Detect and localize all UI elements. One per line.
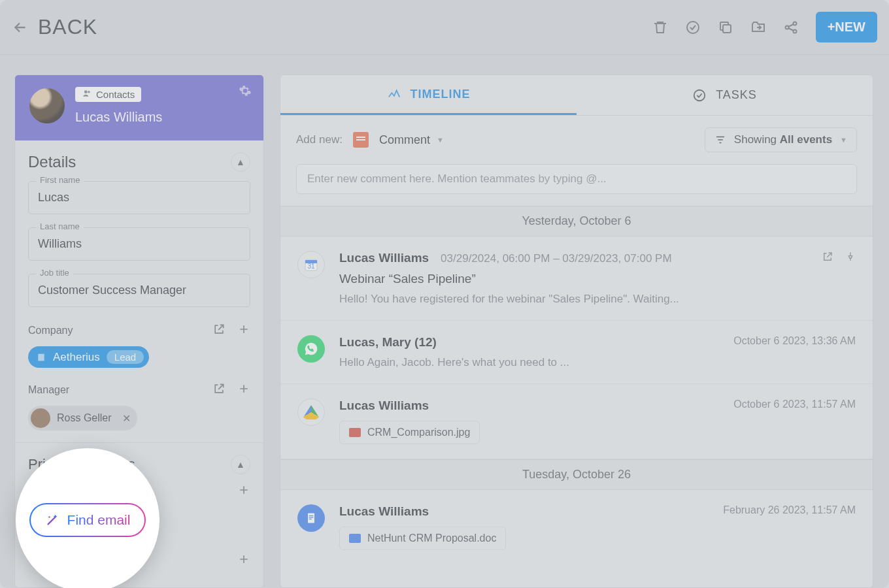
timeline-item: Lucas Williams NetHunt CRM Proposal.doc … [280, 490, 873, 564]
timeline-item: Lucas Williams CRM_Comparison.jpg Octobe… [280, 384, 873, 459]
last-name-input[interactable] [28, 227, 250, 261]
item-time: February 26 2023, 11:57 AM [723, 504, 856, 516]
company-stage: Lead [107, 350, 144, 364]
manager-label: Manager [28, 384, 69, 396]
item-author: Lucas Williams [339, 251, 429, 265]
chevron-down-icon: ▼ [840, 136, 847, 144]
add-new-type[interactable]: Comment [379, 133, 430, 147]
add-company-icon[interactable] [237, 323, 250, 338]
tab-timeline-label: TIMELINE [411, 88, 471, 101]
manager-name: Ross Geller [57, 412, 112, 424]
file-attachment[interactable]: NetHunt CRM Proposal.doc [339, 527, 506, 550]
manager-pill[interactable]: Ross Geller ✕ [28, 406, 137, 431]
back-label[interactable]: BACK [38, 15, 97, 39]
company-name: Aetherius [53, 351, 100, 364]
new-button[interactable]: +NEW [816, 12, 877, 42]
trash-icon[interactable] [652, 20, 668, 35]
comment-input[interactable]: Enter new comment here. Mention teammate… [296, 164, 857, 194]
folder-chip[interactable]: Contacts [75, 87, 141, 102]
gdrive-icon [297, 399, 325, 426]
calendar-icon: 31 [297, 251, 325, 278]
last-name-label: Last name [36, 221, 84, 231]
back-arrow-icon[interactable] [12, 19, 29, 36]
magic-wand-icon [45, 513, 59, 527]
avatar [29, 88, 65, 123]
svg-point-5 [84, 90, 88, 93]
item-author: Lucas Williams [339, 504, 429, 519]
item-desc: Hello! You have registered for the webin… [339, 293, 856, 306]
first-name-input[interactable] [28, 181, 250, 214]
filter-prefix: Showing [734, 133, 780, 146]
file-name: NetHunt CRM Proposal.doc [367, 532, 496, 544]
tasks-icon [692, 88, 707, 103]
item-author: Lucas, Mary (12) [339, 335, 437, 350]
svg-rect-15 [309, 519, 312, 519]
add-email-icon[interactable] [237, 483, 250, 499]
timeline-icon [387, 87, 401, 101]
job-title-label: Job title [36, 268, 73, 278]
folder-chip-label: Contacts [96, 89, 135, 100]
collapse-primary-icon[interactable]: ▲ [231, 455, 250, 474]
job-title-input[interactable] [28, 274, 250, 307]
file-attachment[interactable]: CRM_Comparison.jpg [339, 421, 480, 444]
filter-icon [714, 134, 726, 146]
move-to-folder-icon[interactable] [750, 20, 766, 35]
gear-icon[interactable] [239, 84, 252, 100]
remove-manager-icon[interactable]: ✕ [122, 412, 131, 425]
item-time: October 6 2023, 13:36 AM [733, 335, 856, 347]
item-author: Lucas Williams [339, 399, 429, 413]
svg-text:31: 31 [307, 263, 315, 270]
add-new-label: Add new: [296, 133, 343, 146]
item-time: October 6 2023, 11:57 AM [733, 399, 856, 410]
dayheader-1: Yesterday, October 6 [280, 206, 873, 237]
share-icon[interactable] [783, 20, 799, 35]
details-title: Details [28, 153, 76, 171]
item-title: Webinar “Sales Pipeline” [339, 272, 856, 286]
svg-rect-7 [38, 353, 44, 361]
item-time: 03/29/2024, 06:00 PM – 03/29/2023, 07:00… [441, 252, 672, 265]
item-desc: Hello Again, Jacob. Here's what you need… [339, 356, 856, 369]
find-email-label: Find email [67, 512, 131, 528]
add-row-icon[interactable] [237, 553, 250, 568]
building-icon [36, 352, 46, 363]
svg-point-6 [88, 91, 90, 93]
tab-timeline[interactable]: TIMELINE [280, 75, 577, 115]
svg-rect-14 [309, 517, 314, 517]
events-filter[interactable]: Showing All events ▼ [705, 127, 857, 152]
timeline-item: 31 Lucas Williams03/29/2024, 06:00 PM – … [280, 237, 873, 321]
collapse-details-icon[interactable]: ▲ [231, 152, 250, 172]
chevron-down-icon[interactable]: ▼ [437, 136, 444, 144]
image-file-icon [349, 428, 361, 437]
spotlight: Find email [16, 448, 159, 588]
comment-icon [353, 132, 369, 148]
tab-tasks-label: TASKS [716, 88, 757, 102]
top-bar: BACK +NEW [0, 0, 889, 55]
svg-point-0 [687, 22, 699, 33]
whatsapp-icon [297, 335, 325, 363]
manager-avatar [31, 408, 50, 428]
open-external-icon[interactable] [822, 251, 833, 265]
svg-rect-12 [308, 514, 314, 523]
svg-rect-1 [723, 25, 731, 33]
file-name: CRM_Comparison.jpg [367, 427, 470, 438]
timeline-item: Lucas, Mary (12) Hello Again, Jacob. Her… [280, 321, 873, 384]
doc-file-icon [349, 534, 361, 543]
contact-name: Lucas Williams [75, 110, 162, 125]
filter-value: All events [780, 133, 832, 146]
first-name-label: First name [36, 175, 84, 185]
main-panel: TIMELINE TASKS Add new: Comment ▼ Showin… [280, 74, 873, 588]
check-circle-icon[interactable] [685, 20, 701, 35]
tab-tasks[interactable]: TASKS [577, 75, 873, 115]
copy-icon[interactable] [718, 20, 733, 35]
people-icon [82, 89, 92, 100]
pin-icon[interactable] [845, 251, 856, 265]
open-company-icon[interactable] [212, 323, 226, 338]
dayheader-2: Tuesday, October 26 [280, 459, 873, 490]
open-manager-icon[interactable] [212, 382, 226, 398]
find-email-button[interactable]: Find email [29, 503, 146, 537]
company-pill[interactable]: Aetherius Lead [28, 346, 149, 368]
company-label: Company [28, 325, 73, 336]
svg-point-8 [694, 90, 705, 101]
add-manager-icon[interactable] [237, 382, 250, 398]
svg-rect-13 [309, 515, 314, 516]
